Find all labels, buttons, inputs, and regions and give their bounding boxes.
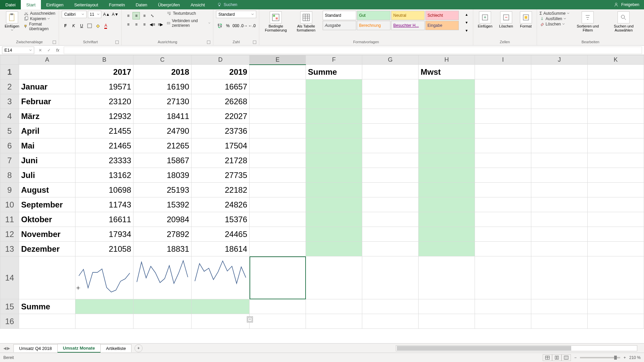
cell-E5[interactable] bbox=[250, 124, 306, 138]
cell-I9[interactable] bbox=[475, 183, 531, 197]
col-header-D[interactable]: D bbox=[192, 55, 250, 65]
cell-I7[interactable] bbox=[475, 153, 531, 168]
cell-C7[interactable]: 15867 bbox=[133, 153, 192, 168]
cell-A8[interactable]: Juli bbox=[19, 168, 75, 183]
cell-A1[interactable] bbox=[19, 65, 75, 79]
cell-H1[interactable]: Mwst bbox=[419, 65, 475, 79]
row-header-7[interactable]: 7 bbox=[0, 153, 19, 168]
cell-K4[interactable] bbox=[588, 109, 644, 124]
cell-D9[interactable]: 22182 bbox=[192, 183, 250, 197]
cell-I2[interactable] bbox=[475, 79, 531, 94]
cell-G6[interactable] bbox=[362, 138, 419, 153]
cell-B13[interactable]: 21058 bbox=[75, 242, 133, 256]
scrollbar-thumb[interactable] bbox=[397, 346, 571, 351]
row-header-15[interactable]: 15 bbox=[0, 299, 19, 314]
cell-C16[interactable] bbox=[133, 314, 192, 329]
cell-B15[interactable] bbox=[75, 299, 133, 314]
fill-button[interactable]: Ausfüllen bbox=[540, 16, 570, 21]
row-header-16[interactable]: 16 bbox=[0, 314, 19, 329]
style-schlecht[interactable]: Schlecht bbox=[425, 11, 459, 20]
cell-E11[interactable] bbox=[250, 212, 306, 227]
cell-E4[interactable] bbox=[250, 109, 306, 124]
italic-button[interactable]: K bbox=[70, 22, 77, 29]
cell-J9[interactable] bbox=[531, 183, 588, 197]
cell-H2[interactable] bbox=[419, 79, 475, 94]
cell-B12[interactable]: 17934 bbox=[75, 227, 133, 242]
row-header-4[interactable]: 4 bbox=[0, 109, 19, 124]
cell-K10[interactable] bbox=[588, 197, 644, 212]
cell-B10[interactable]: 11743 bbox=[75, 197, 133, 212]
cell-J3[interactable] bbox=[531, 94, 588, 109]
cell-H6[interactable] bbox=[419, 138, 475, 153]
row-header-13[interactable]: 13 bbox=[0, 242, 19, 256]
cancel-formula-button[interactable]: ✕ bbox=[36, 47, 44, 54]
cell-I13[interactable] bbox=[475, 242, 531, 256]
copy-button[interactable]: Kopieren bbox=[24, 16, 56, 21]
view-normal-button[interactable] bbox=[543, 354, 552, 361]
cell-I12[interactable] bbox=[475, 227, 531, 242]
cell-G14[interactable] bbox=[362, 256, 419, 299]
menu-formulas[interactable]: Formeln bbox=[104, 0, 130, 9]
menu-file[interactable]: Datei bbox=[0, 0, 21, 9]
align-left-button[interactable]: ≡ bbox=[124, 21, 132, 28]
cell-K1[interactable] bbox=[588, 65, 644, 79]
zoom-out-button[interactable]: − bbox=[574, 355, 577, 360]
cell-J7[interactable] bbox=[531, 153, 588, 168]
cell-A10[interactable]: September bbox=[19, 197, 75, 212]
cell-I15[interactable] bbox=[475, 299, 531, 314]
cell-K14[interactable] bbox=[588, 256, 644, 299]
cell-D16[interactable] bbox=[192, 314, 250, 329]
cell-D13[interactable]: 18614 bbox=[192, 242, 250, 256]
cell-J12[interactable] bbox=[531, 227, 588, 242]
sheet-tab-1[interactable]: Umsatz Q4 2018 bbox=[13, 344, 58, 352]
cell-I8[interactable] bbox=[475, 168, 531, 183]
cell-E2[interactable] bbox=[250, 79, 306, 94]
menu-start[interactable]: Start bbox=[21, 0, 41, 9]
format-cells-button[interactable]: Format bbox=[518, 11, 534, 29]
cell-D14[interactable] bbox=[192, 256, 250, 299]
row-header-12[interactable]: 12 bbox=[0, 227, 19, 242]
cell-K6[interactable] bbox=[588, 138, 644, 153]
formula-input[interactable] bbox=[64, 47, 642, 54]
row-header-10[interactable]: 10 bbox=[0, 197, 19, 212]
cell-K7[interactable] bbox=[588, 153, 644, 168]
clear-button[interactable]: Löschen bbox=[540, 21, 570, 27]
cell-B6[interactable]: 21465 bbox=[75, 138, 133, 153]
cell-D2[interactable]: 16657 bbox=[192, 79, 250, 94]
select-all-corner[interactable] bbox=[0, 55, 19, 65]
menu-data[interactable]: Daten bbox=[130, 0, 153, 9]
cell-E13[interactable] bbox=[250, 242, 306, 256]
increase-decimal-button[interactable]: .0→ bbox=[240, 22, 248, 29]
menu-view[interactable]: Ansicht bbox=[185, 0, 210, 9]
cell-H13[interactable] bbox=[419, 242, 475, 256]
cell-G8[interactable] bbox=[362, 168, 419, 183]
cell-F9[interactable] bbox=[306, 183, 362, 197]
merge-center-button[interactable]: Verbinden und zentrieren bbox=[167, 18, 210, 28]
font-color-button[interactable]: A bbox=[102, 22, 109, 29]
style-standard[interactable]: Standard bbox=[323, 11, 356, 20]
cell-K2[interactable] bbox=[588, 79, 644, 94]
cell-D6[interactable]: 17504 bbox=[192, 138, 250, 153]
styles-scroll-up[interactable]: ▴ bbox=[463, 11, 470, 18]
cell-J6[interactable] bbox=[531, 138, 588, 153]
cell-B1[interactable]: 2017 bbox=[75, 65, 133, 79]
font-size-select[interactable]: 11 bbox=[88, 11, 101, 18]
cell-D15[interactable] bbox=[192, 299, 250, 314]
cell-I14[interactable] bbox=[475, 256, 531, 299]
cut-button[interactable]: Ausschneiden bbox=[24, 11, 56, 16]
cell-D5[interactable]: 23736 bbox=[192, 124, 250, 138]
cell-B11[interactable]: 16611 bbox=[75, 212, 133, 227]
cell-C5[interactable]: 24790 bbox=[133, 124, 192, 138]
align-bottom-button[interactable]: ≡ bbox=[141, 12, 148, 19]
underline-button[interactable]: U bbox=[78, 22, 85, 29]
cell-B3[interactable]: 23120 bbox=[75, 94, 133, 109]
cell-D7[interactable]: 21728 bbox=[192, 153, 250, 168]
share-button[interactable]: Freigeben bbox=[621, 2, 639, 7]
cell-A11[interactable]: Oktober bbox=[19, 212, 75, 227]
increase-indent-button[interactable]: ≡▶ bbox=[157, 21, 164, 28]
cell-C10[interactable]: 15392 bbox=[133, 197, 192, 212]
cell-H15[interactable] bbox=[419, 299, 475, 314]
sheet-nav-next[interactable]: ▶ bbox=[7, 346, 10, 351]
cell-J15[interactable] bbox=[531, 299, 588, 314]
cell-A2[interactable]: Januar bbox=[19, 79, 75, 94]
